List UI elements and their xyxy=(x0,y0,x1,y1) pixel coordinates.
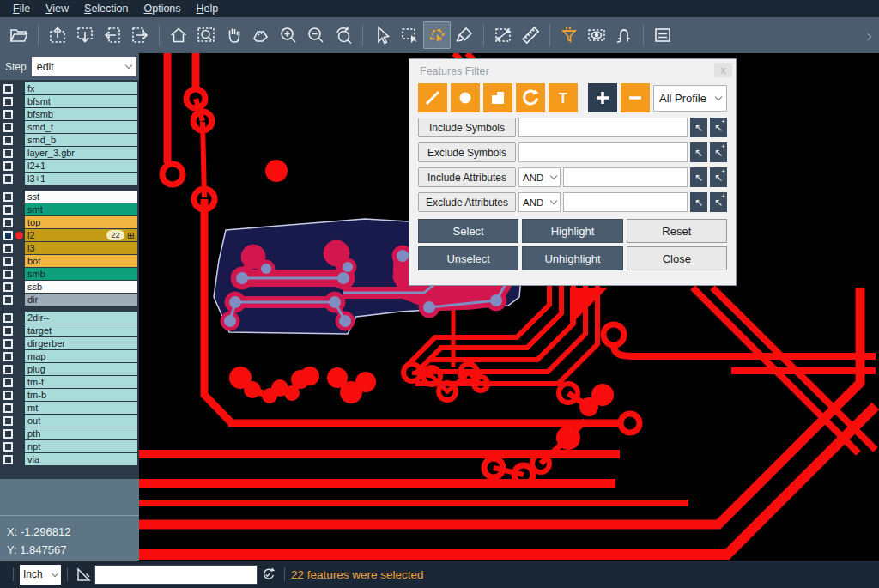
pick-attribute-icon[interactable]: ↖ xyxy=(690,167,707,187)
menu-selection[interactable]: Selection xyxy=(76,1,136,16)
layer-row-tm-t[interactable]: tm-t xyxy=(0,376,139,388)
layer-color-bar[interactable]: l222⊞ xyxy=(25,229,137,241)
highlight-button[interactable]: Highlight xyxy=(522,219,622,243)
layer-row-ssb[interactable]: ssb xyxy=(0,281,139,293)
layer-color-bar[interactable]: dir xyxy=(25,294,137,306)
menu-file[interactable]: File xyxy=(5,1,38,16)
unselect-button[interactable]: Unselect xyxy=(418,246,518,270)
layer-row-tm-b[interactable]: tm-b xyxy=(0,389,139,401)
layer-row-smt[interactable]: smt xyxy=(0,203,139,215)
layer-visibility-checkbox[interactable] xyxy=(3,326,13,336)
polygon-zoom-icon[interactable] xyxy=(247,21,275,49)
pick-add-attribute-icon[interactable]: ↖+ xyxy=(710,192,727,212)
layer-visibility-checkbox[interactable] xyxy=(3,84,13,94)
home-view-icon[interactable] xyxy=(165,21,192,49)
layer-visibility-checkbox[interactable] xyxy=(3,205,13,215)
import-left-icon[interactable] xyxy=(99,21,126,49)
layer-visibility-checkbox[interactable] xyxy=(3,174,13,184)
layer-color-bar[interactable]: top xyxy=(25,216,137,228)
layer-visibility-checkbox[interactable] xyxy=(3,123,13,132)
layer-color-bar[interactable]: tm-b xyxy=(25,389,137,401)
pad-icon[interactable] xyxy=(451,83,480,112)
layer-visibility-checkbox[interactable] xyxy=(3,339,13,349)
import-up-icon[interactable] xyxy=(44,21,71,49)
layer-color-bar[interactable]: fx xyxy=(25,82,137,94)
layer-row-l2[interactable]: l222⊞ xyxy=(0,229,139,241)
view-options-icon[interactable] xyxy=(583,21,610,49)
include-attributes-and-dropdown[interactable]: AND xyxy=(518,167,561,187)
import-right-icon[interactable] xyxy=(126,21,154,49)
layer-color-bar[interactable]: l3 xyxy=(25,242,137,254)
sync-check-icon[interactable] xyxy=(258,564,278,585)
layers-panel-icon[interactable] xyxy=(649,21,676,49)
menu-help[interactable]: Help xyxy=(189,1,227,16)
open-project-icon[interactable] xyxy=(5,21,33,49)
layer-color-bar[interactable]: smb xyxy=(25,268,137,280)
active-layer-column[interactable] xyxy=(13,232,25,239)
layer-row-via[interactable]: via xyxy=(0,453,139,465)
polygon-select-icon[interactable] xyxy=(423,21,451,49)
layer-row-plug[interactable]: plug xyxy=(0,363,139,375)
layer-row-smb[interactable]: smb xyxy=(0,268,139,280)
layer-row-map[interactable]: map xyxy=(0,350,139,362)
pick-add-symbol-icon[interactable]: ↖+ xyxy=(710,142,727,162)
layer-color-bar[interactable]: bot xyxy=(25,255,137,267)
layer-row-l3[interactable]: l3 xyxy=(0,242,139,254)
include-symbols-input[interactable] xyxy=(518,118,688,137)
layer-visibility-checkbox[interactable] xyxy=(3,257,13,266)
layer-visibility-checkbox[interactable] xyxy=(3,365,13,374)
unhighlight-button[interactable]: Unhighlight xyxy=(522,246,622,270)
layer-visibility-checkbox[interactable] xyxy=(3,110,13,119)
layer-color-bar[interactable]: sst xyxy=(25,191,137,203)
exclude-attributes-and-dropdown[interactable]: AND xyxy=(518,192,561,212)
layer-color-bar[interactable]: via xyxy=(25,453,137,465)
command-input[interactable] xyxy=(94,565,258,585)
pan-hand-icon[interactable] xyxy=(220,21,247,49)
layer-color-bar[interactable]: plug xyxy=(25,363,137,375)
text-icon[interactable]: T xyxy=(549,83,578,112)
layer-visibility-checkbox[interactable] xyxy=(3,352,13,361)
pick-add-attribute-icon[interactable]: ↖+ xyxy=(710,167,727,187)
layer-visibility-checkbox[interactable] xyxy=(3,455,13,464)
layer-row-l3+1[interactable]: l3+1 xyxy=(0,173,139,185)
layer-color-bar[interactable]: 2dir-- xyxy=(25,312,137,324)
layer-visibility-checkbox[interactable] xyxy=(3,295,13,305)
pick-attribute-icon[interactable]: ↖ xyxy=(690,192,707,212)
clear-brush-icon[interactable] xyxy=(451,21,478,49)
menu-view[interactable]: View xyxy=(38,1,76,16)
layer-visibility-checkbox[interactable] xyxy=(3,161,13,171)
rectangle-select-icon[interactable] xyxy=(396,21,423,49)
layer-visibility-checkbox[interactable] xyxy=(3,231,13,240)
layer-color-bar[interactable]: smd_t xyxy=(25,121,137,133)
layer-color-bar[interactable]: smt xyxy=(25,203,137,215)
zoom-in-icon[interactable] xyxy=(275,21,302,49)
exclude-attributes-button[interactable]: Exclude Attributes xyxy=(418,192,516,212)
layer-visibility-checkbox[interactable] xyxy=(3,416,13,426)
features-filter-icon[interactable] xyxy=(555,21,583,49)
units-dropdown[interactable]: Inch xyxy=(20,565,61,585)
layer-color-bar[interactable]: dirgerber xyxy=(25,337,137,349)
zoom-previous-icon[interactable] xyxy=(330,21,357,49)
layer-color-bar[interactable]: ssb xyxy=(25,281,137,293)
layer-color-bar[interactable]: layer_3.gbr xyxy=(25,147,137,159)
layer-color-bar[interactable]: map xyxy=(25,350,137,362)
layer-visibility-checkbox[interactable] xyxy=(3,442,13,452)
layer-visibility-checkbox[interactable] xyxy=(3,244,13,253)
select-cursor-icon[interactable] xyxy=(368,21,396,49)
layer-row-smd_b[interactable]: smd_b xyxy=(0,134,139,146)
positive-mode-icon[interactable] xyxy=(588,83,617,112)
layer-row-layer_3.gbr[interactable]: layer_3.gbr xyxy=(0,147,139,159)
exclude-symbols-input[interactable] xyxy=(518,142,688,162)
layer-visibility-checkbox[interactable] xyxy=(3,391,13,400)
pick-symbol-icon[interactable]: ↖ xyxy=(690,118,707,137)
menu-options[interactable]: Options xyxy=(136,1,188,16)
layer-row-bfsmb[interactable]: bfsmb xyxy=(0,108,139,120)
dialog-close-icon[interactable]: x xyxy=(714,63,732,77)
angle-measure-icon[interactable] xyxy=(74,564,94,585)
ruler-icon[interactable] xyxy=(517,21,544,49)
snap-magnet-icon[interactable] xyxy=(610,21,638,49)
layer-row-mt[interactable]: mt xyxy=(0,402,139,414)
exclude-attributes-input[interactable] xyxy=(563,192,688,212)
zoom-out-icon[interactable] xyxy=(302,21,330,49)
layer-visibility-checkbox[interactable] xyxy=(3,97,13,106)
